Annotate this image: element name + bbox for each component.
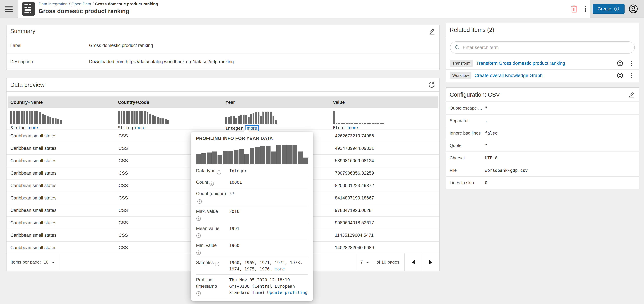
config-row: Quote" xyxy=(446,139,639,152)
config-row: CharsetUTF-8 xyxy=(446,152,639,164)
breadcrumb-link[interactable]: Open Data xyxy=(72,2,91,6)
histogram-bar xyxy=(341,123,343,124)
page-select[interactable]: 7 xyxy=(356,253,374,271)
refresh-icon xyxy=(428,81,436,89)
histogram-bar xyxy=(354,123,356,124)
config-row-value: 0 xyxy=(485,180,487,185)
table-cell: Caribbean small states xyxy=(6,220,115,226)
related-item-link[interactable]: Transform Gross domestic product ranking xyxy=(476,60,613,66)
previous-page-button[interactable] xyxy=(404,253,422,271)
view-item-button[interactable] xyxy=(616,60,624,67)
profiling-row-label: Count (unique)i xyxy=(196,190,229,204)
related-item-link[interactable]: Create overall Knowledge Graph xyxy=(474,73,613,78)
histogram-bar xyxy=(245,114,247,124)
config-row: Lines to skip0 xyxy=(446,176,639,189)
column-more-link[interactable]: more xyxy=(135,125,146,130)
item-more-options-button[interactable] xyxy=(628,60,635,66)
histogram-bar xyxy=(212,152,217,164)
histogram-bar xyxy=(223,151,228,164)
caret-left-icon xyxy=(412,260,415,264)
histogram-bar xyxy=(359,123,361,124)
profiling-row-label: Samplesi xyxy=(196,260,229,272)
create-button[interactable]: Create xyxy=(593,4,624,14)
edit-configuration-button[interactable] xyxy=(628,91,635,98)
breadcrumb-link[interactable]: Data integration xyxy=(38,2,68,6)
info-icon[interactable]: i xyxy=(196,250,201,255)
search-input[interactable] xyxy=(463,45,630,50)
table-cell: Caribbean small states xyxy=(6,170,115,176)
view-item-button[interactable] xyxy=(616,72,624,79)
histogram-bar xyxy=(265,112,267,124)
info-icon[interactable]: i xyxy=(196,291,201,296)
summary-row-label: Label xyxy=(10,43,89,48)
info-icon[interactable]: i xyxy=(198,199,202,204)
profiling-popup: PROFILING INFO FOR YEAR DATA Data typeiI… xyxy=(191,132,313,301)
table-cell: 8414807199.18667 xyxy=(331,196,439,201)
histogram-bar xyxy=(142,111,144,124)
item-more-options-button[interactable] xyxy=(628,72,635,79)
config-row-label: Quote xyxy=(450,143,485,148)
item-type-badge: Transform xyxy=(450,60,473,67)
profiling-row-label: Max. valuei xyxy=(196,208,229,221)
breadcrumb-separator: / xyxy=(92,2,94,6)
config-row: Ignore bad linesfalse xyxy=(446,127,639,139)
column-data-type: Integer xyxy=(226,126,243,131)
column-more-link[interactable]: more xyxy=(28,125,38,130)
histogram-bar xyxy=(282,144,286,164)
histogram-bar xyxy=(26,111,28,124)
items-per-page-select[interactable]: Items per page: 10 xyxy=(6,253,60,271)
histogram-bar xyxy=(36,111,38,124)
histogram-bar xyxy=(287,145,292,164)
table-cell: Caribbean small states xyxy=(6,245,115,250)
histogram-bar xyxy=(348,123,350,124)
hamburger-menu-button[interactable] xyxy=(0,0,18,18)
pages-count-label: of 10 pages xyxy=(374,253,404,271)
column-more-link[interactable]: more xyxy=(348,125,358,130)
histogram-bar xyxy=(374,123,376,124)
profiling-popup-title: PROFILING INFO FOR YEAR DATA xyxy=(196,136,308,141)
histogram-bar xyxy=(250,148,254,164)
info-icon[interactable]: i xyxy=(215,262,219,266)
user-avatar-button[interactable] xyxy=(628,4,638,14)
profiling-row-value: 1960, 1965, 1971, 1972, 1973, 1974, 1975… xyxy=(229,260,308,272)
configuration-title: Configuration: CSV xyxy=(450,91,500,98)
info-icon[interactable]: i xyxy=(196,233,201,238)
histogram-bar xyxy=(118,111,120,124)
column-type-line: Integermore xyxy=(226,125,330,131)
delete-button[interactable] xyxy=(570,5,578,14)
edit-summary-button[interactable] xyxy=(428,28,436,34)
reload-preview-button[interactable] xyxy=(428,81,436,89)
histogram-bar xyxy=(162,118,164,124)
histogram-bar xyxy=(343,123,345,124)
histogram-bar xyxy=(268,112,269,124)
table-cell: Caribbean small states xyxy=(6,183,115,188)
column-type-line: Floatmore xyxy=(333,125,438,130)
profiling-row: Count (unique)i57 xyxy=(196,188,308,206)
histogram-bar xyxy=(47,116,49,124)
summary-card: Summary LabelGross domestic product rank… xyxy=(6,25,440,70)
column-more-link[interactable]: more xyxy=(247,126,257,131)
app-logo-icon[interactable] xyxy=(22,2,35,16)
related-item-actions xyxy=(616,60,635,67)
update-profiling-link[interactable]: Update profiling xyxy=(267,290,308,295)
info-icon[interactable]: i xyxy=(196,216,201,221)
profiling-row: Counti10001 xyxy=(196,177,308,188)
profiling-row-value: 10001 xyxy=(229,179,308,186)
table-cell: Caribbean small states xyxy=(6,134,115,138)
more-options-button[interactable] xyxy=(582,5,589,14)
summary-row-label: Description xyxy=(10,59,89,64)
info-icon[interactable]: i xyxy=(210,182,214,186)
histogram-bar xyxy=(57,119,59,124)
histogram-bar xyxy=(21,111,23,124)
profiling-row-label: Data typei xyxy=(196,168,229,174)
table-cell: 8200001223.49872 xyxy=(331,183,439,188)
mini-histogram xyxy=(10,111,62,124)
config-row-value: " xyxy=(485,106,487,110)
config-row-label: Lines to skip xyxy=(450,180,485,186)
info-icon[interactable]: i xyxy=(217,170,221,174)
samples-more-link[interactable]: more xyxy=(275,266,285,272)
profiling-row-label: Mean valuei xyxy=(196,226,229,238)
column-type-line: Stringmore xyxy=(10,125,116,130)
next-page-button[interactable] xyxy=(422,253,439,271)
histogram-bar xyxy=(255,112,257,124)
